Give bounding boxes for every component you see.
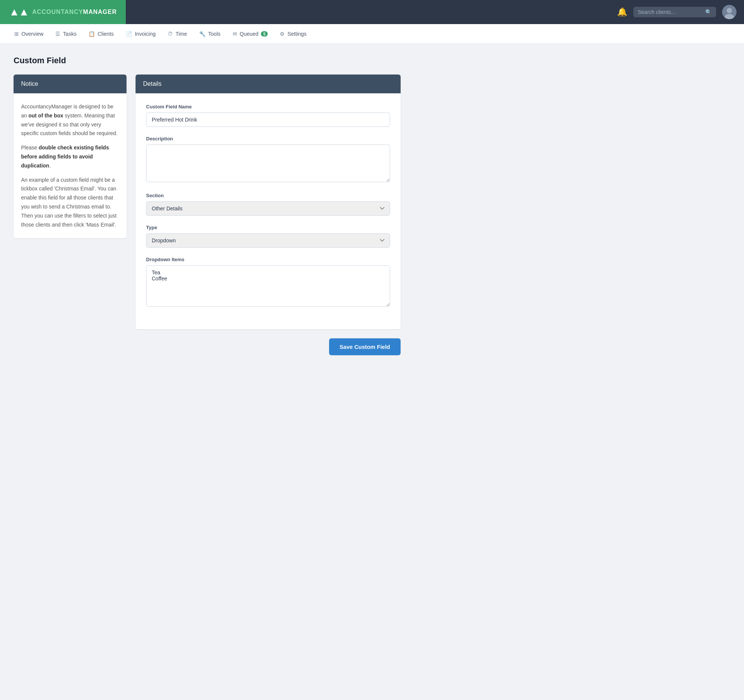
field-name-input[interactable] bbox=[146, 113, 390, 127]
sidebar-item-tools[interactable]: 🔧 Tools bbox=[194, 28, 226, 40]
logo-text: ACCOUNTANCYMANAGER bbox=[32, 9, 117, 15]
notification-bell-icon[interactable]: 🔔 bbox=[617, 7, 627, 17]
form-group-description: Description bbox=[146, 136, 390, 184]
search-box: 🔍 bbox=[633, 7, 716, 17]
description-textarea[interactable] bbox=[146, 145, 390, 182]
type-select[interactable]: Dropdown Text Textarea Checkbox Date bbox=[146, 233, 390, 248]
notice-body: AccountancyManager is designed to be an … bbox=[14, 93, 127, 238]
form-group-type: Type Dropdown Text Textarea Checkbox Dat… bbox=[146, 225, 390, 248]
main-content: Custom Field Notice AccountancyManager i… bbox=[0, 44, 414, 370]
notice-para-3: An example of a custom field might be a … bbox=[21, 176, 119, 230]
dropdown-items-label: Dropdown Items bbox=[146, 257, 390, 262]
sidebar-item-invoicing[interactable]: 📄 Invoicing bbox=[120, 28, 161, 40]
notice-panel: Notice AccountancyManager is designed to… bbox=[14, 75, 127, 238]
sidebar-item-queued[interactable]: ✉ Queued 5 bbox=[227, 28, 273, 40]
details-panel-header: Details bbox=[136, 75, 401, 93]
sidebar-item-settings[interactable]: ⚙ Settings bbox=[274, 28, 312, 40]
svg-point-1 bbox=[727, 8, 732, 13]
queued-badge: 5 bbox=[261, 31, 268, 37]
notice-panel-header: Notice bbox=[14, 75, 127, 93]
overview-icon: ⊞ bbox=[14, 31, 19, 37]
top-bar: ▲▲ ACCOUNTANCYMANAGER 🔔 🔍 bbox=[0, 0, 744, 24]
sidebar-item-time[interactable]: ⏱ Time bbox=[162, 28, 192, 40]
form-group-section: Section Other Details Main Details Conta… bbox=[146, 193, 390, 216]
save-area: Save Custom Field bbox=[14, 329, 401, 358]
sidebar-item-overview[interactable]: ⊞ Overview bbox=[9, 28, 49, 40]
form-group-dropdown-items: Dropdown Items Tea Coffee bbox=[146, 257, 390, 308]
logo-area: ▲▲ ACCOUNTANCYMANAGER bbox=[0, 0, 126, 24]
sidebar-item-clients[interactable]: 📋 Clients bbox=[83, 28, 119, 40]
dropdown-items-textarea[interactable]: Tea Coffee bbox=[146, 265, 390, 307]
search-input[interactable] bbox=[638, 9, 703, 15]
details-panel: Details Custom Field Name Description Se… bbox=[136, 75, 401, 329]
panels-row: Notice AccountancyManager is designed to… bbox=[14, 75, 401, 329]
notice-para-2: Please double check existing fields befo… bbox=[21, 143, 119, 170]
page-title: Custom Field bbox=[14, 56, 401, 65]
sidebar-item-tasks[interactable]: ☰ Tasks bbox=[50, 28, 82, 40]
save-custom-field-button[interactable]: Save Custom Field bbox=[329, 338, 401, 355]
avatar[interactable] bbox=[722, 5, 736, 19]
type-label: Type bbox=[146, 225, 390, 230]
description-label: Description bbox=[146, 136, 390, 142]
search-icon: 🔍 bbox=[705, 9, 712, 15]
time-icon: ⏱ bbox=[168, 31, 173, 37]
details-body: Custom Field Name Description Section Ot… bbox=[136, 93, 401, 329]
field-name-label: Custom Field Name bbox=[146, 104, 390, 110]
nav-bar: ⊞ Overview ☰ Tasks 📋 Clients 📄 Invoicing… bbox=[0, 24, 744, 44]
tools-icon: 🔧 bbox=[199, 31, 206, 37]
settings-icon: ⚙ bbox=[280, 31, 285, 37]
section-select[interactable]: Other Details Main Details Contact Detai… bbox=[146, 201, 390, 216]
form-group-field-name: Custom Field Name bbox=[146, 104, 390, 127]
logo-icon: ▲▲ bbox=[9, 6, 28, 18]
section-label: Section bbox=[146, 193, 390, 198]
queued-icon: ✉ bbox=[233, 31, 237, 37]
clients-icon: 📋 bbox=[88, 31, 95, 37]
notice-para-1: AccountancyManager is designed to be an … bbox=[21, 102, 119, 138]
tasks-icon: ☰ bbox=[55, 31, 60, 37]
invoicing-icon: 📄 bbox=[126, 31, 132, 37]
